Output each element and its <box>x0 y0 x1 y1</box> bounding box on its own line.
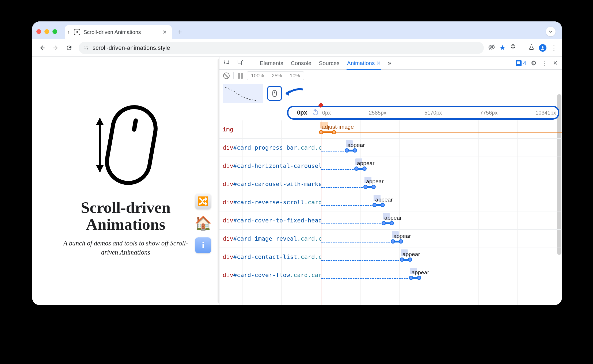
pause-button[interactable] <box>237 73 243 79</box>
animation-track[interactable]: appear <box>321 211 562 229</box>
home-button[interactable]: 🏠 <box>195 215 211 231</box>
svg-rect-3 <box>84 48 86 49</box>
animation-track[interactable]: appear <box>321 157 562 175</box>
keyframe-handle[interactable] <box>408 257 412 262</box>
minimize-window-button[interactable] <box>44 29 49 34</box>
scroll-driven-badge[interactable] <box>267 86 282 101</box>
close-devtools-button[interactable]: ✕ <box>553 60 558 67</box>
close-window-button[interactable] <box>36 29 41 34</box>
animation-row[interactable]: div#card-progress-bar.card.caappear <box>219 139 562 157</box>
tab-animations[interactable]: Animations✕ <box>347 60 381 66</box>
keyframe-handle[interactable] <box>372 203 377 207</box>
animation-track[interactable]: appear <box>321 266 562 284</box>
element-selector[interactable]: div#card-contact-list.card.ca <box>219 253 321 260</box>
tab-sources[interactable]: Sources <box>319 60 340 66</box>
keyframe-handle[interactable] <box>399 239 403 244</box>
keyframe-handle[interactable] <box>362 166 367 171</box>
keyframe-handle[interactable] <box>345 148 349 153</box>
page-scrollbar[interactable] <box>218 58 219 304</box>
animation-row[interactable]: div#card-carousel-with-markerappear <box>219 175 562 193</box>
animation-track[interactable]: appear <box>321 230 562 248</box>
browser-tab[interactable]: Scroll-driven Animations ✕ <box>65 25 172 39</box>
element-selector[interactable]: img <box>219 126 321 133</box>
settings-gear-icon[interactable]: ⚙ <box>531 59 537 67</box>
keyframe-handle[interactable] <box>353 148 357 153</box>
reload-button[interactable] <box>64 43 74 53</box>
animation-track[interactable]: appear <box>321 193 562 211</box>
playhead-line[interactable] <box>321 120 321 305</box>
rendered-page[interactable]: Scroll-drivenAnimations A bunch of demos… <box>32 57 219 305</box>
animation-track[interactable]: appear <box>321 175 562 193</box>
element-selector[interactable]: div#card-cover-to-fixed-heade <box>219 217 321 224</box>
tab-elements[interactable]: Elements <box>260 60 283 66</box>
replay-button[interactable] <box>312 109 319 116</box>
close-panel-icon[interactable]: ✕ <box>377 60 381 66</box>
animation-row[interactable]: imgadjust-image <box>219 120 562 139</box>
keyframe-handle[interactable] <box>417 276 421 280</box>
inspect-element-icon[interactable] <box>224 59 230 67</box>
timeline-ruler: 0px 0px 2585px 5170px 7756px 10341px <box>219 105 562 120</box>
element-selector[interactable]: div#card-progress-bar.card.ca <box>219 144 321 151</box>
info-button[interactable]: i <box>195 237 211 253</box>
labs-icon[interactable] <box>528 44 535 52</box>
speed-25[interactable]: 25% <box>268 72 286 80</box>
animation-track[interactable]: appear <box>321 248 562 266</box>
animation-row[interactable]: div#card-horizontal-carousel.appear <box>219 157 562 175</box>
back-button[interactable] <box>37 43 48 53</box>
keyframe-handle[interactable] <box>400 257 404 262</box>
console-messages-badge[interactable]: 4 <box>516 60 526 66</box>
animation-track[interactable]: appear <box>321 139 562 157</box>
element-selector[interactable]: div#card-image-reveal.card.ca <box>219 235 321 242</box>
devtools-menu-button[interactable]: ⋮ <box>542 59 548 67</box>
element-selector[interactable]: div#card-horizontal-carousel. <box>219 162 321 169</box>
keyframe-handle[interactable] <box>332 130 336 134</box>
animation-row[interactable]: div#card-image-reveal.card.caappear <box>219 230 562 248</box>
svg-point-6 <box>542 46 543 48</box>
keyframe-handle[interactable] <box>382 221 386 225</box>
keyframe-handle[interactable] <box>390 221 394 225</box>
close-tab-button[interactable]: ✕ <box>162 30 167 35</box>
keyframe-handle[interactable] <box>363 185 368 189</box>
shuffle-icon: 🔀 <box>197 196 209 207</box>
animation-name-label: appear <box>384 215 402 221</box>
tabs-overflow-button[interactable] <box>546 27 556 36</box>
tracking-blocked-icon[interactable] <box>488 44 495 52</box>
site-settings-icon[interactable] <box>83 45 89 51</box>
shuffle-button[interactable]: 🔀 <box>195 193 211 209</box>
animation-group-thumb[interactable] <box>223 84 263 103</box>
animation-row[interactable]: div#card-cover-to-fixed-headeappear <box>219 211 562 230</box>
profile-avatar[interactable] <box>539 44 546 52</box>
device-toolbar-icon[interactable] <box>238 59 245 67</box>
keyframe-handle[interactable] <box>354 166 359 171</box>
current-position: 0px <box>297 109 307 116</box>
svg-point-2 <box>87 48 88 49</box>
element-selector[interactable]: div#card-cover-flow.card.card <box>219 272 321 278</box>
extensions-icon[interactable] <box>510 44 516 52</box>
content-area: Scroll-drivenAnimations A bunch of demos… <box>32 57 562 305</box>
address-bar: scroll-driven-animations.style ★ ⋮ <box>32 39 562 57</box>
clear-animations-button[interactable] <box>223 73 230 79</box>
animation-row[interactable]: div#card-contact-list.card.caappear <box>219 248 562 266</box>
tab-console[interactable]: Console <box>291 60 311 66</box>
maximize-window-button[interactable] <box>52 29 57 34</box>
mouse-scroll-icon <box>271 90 278 97</box>
browser-menu-button[interactable]: ⋮ <box>551 44 557 52</box>
speed-100[interactable]: 100% <box>247 72 268 80</box>
element-selector[interactable]: div#card-reverse-scroll.card. <box>219 199 321 206</box>
keyframe-handle[interactable] <box>371 185 376 189</box>
animation-track[interactable]: adjust-image <box>321 120 562 138</box>
bookmark-star-icon[interactable]: ★ <box>499 44 505 52</box>
element-selector[interactable]: div#card-carousel-with-marker <box>219 181 321 187</box>
animation-timeline-grid[interactable]: imgadjust-imagediv#card-progress-bar.car… <box>219 120 562 305</box>
more-tabs-icon[interactable]: » <box>388 60 391 67</box>
keyframe-handle[interactable] <box>391 239 395 244</box>
keyframe-handle[interactable] <box>381 203 385 207</box>
speed-10[interactable]: 10% <box>286 72 304 80</box>
keyframe-handle[interactable] <box>409 276 413 280</box>
animation-row[interactable]: div#card-reverse-scroll.card.appear <box>219 193 562 211</box>
tab-strip: Scroll-driven Animations ✕ ＋ <box>32 21 562 39</box>
url-input[interactable]: scroll-driven-animations.style <box>79 42 484 54</box>
animation-row[interactable]: div#card-cover-flow.card.cardappear <box>219 266 562 284</box>
forward-button[interactable] <box>50 43 61 53</box>
new-tab-button[interactable]: ＋ <box>174 26 185 37</box>
